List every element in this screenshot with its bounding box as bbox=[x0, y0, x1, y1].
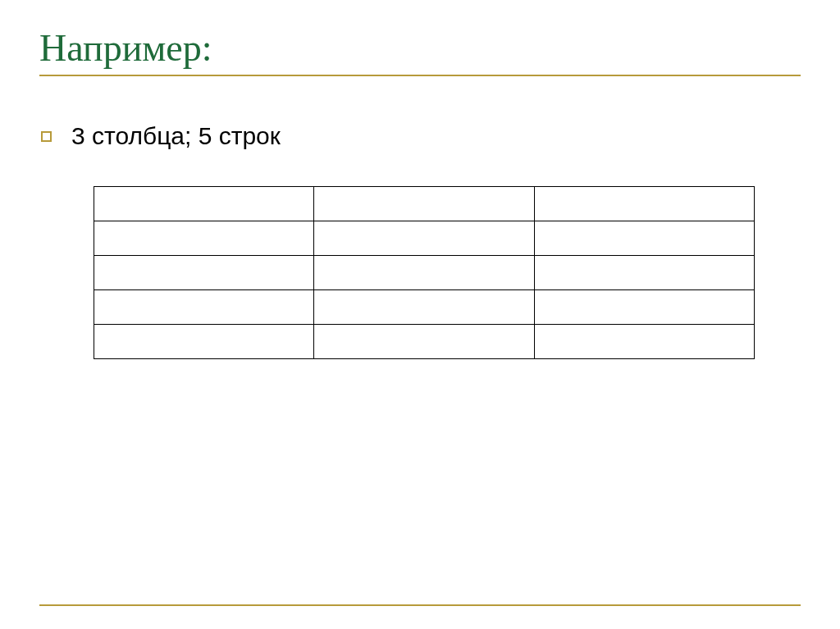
table-cell bbox=[534, 187, 754, 221]
slide-title: Например: bbox=[30, 26, 810, 70]
square-bullet-icon bbox=[41, 131, 52, 142]
table-cell bbox=[534, 325, 754, 359]
example-table bbox=[94, 186, 755, 359]
table-cell bbox=[314, 187, 534, 221]
table-row bbox=[94, 221, 755, 256]
table-cell bbox=[94, 187, 314, 221]
table-row bbox=[94, 290, 755, 325]
bullet-item: 3 столбца; 5 строк bbox=[41, 122, 810, 150]
table-row bbox=[94, 187, 755, 221]
table-cell bbox=[314, 325, 534, 359]
table-cell bbox=[314, 290, 534, 325]
example-table-wrapper bbox=[94, 186, 755, 359]
bullet-text: 3 столбца; 5 строк bbox=[71, 122, 281, 150]
table-cell bbox=[534, 221, 754, 256]
title-underline bbox=[39, 75, 801, 76]
table-body bbox=[94, 187, 755, 359]
table-cell bbox=[94, 256, 314, 290]
slide-container: Например: 3 столбца; 5 строк bbox=[0, 0, 840, 629]
table-cell bbox=[314, 256, 534, 290]
footer-rule bbox=[39, 604, 801, 606]
table-cell bbox=[534, 256, 754, 290]
table-row bbox=[94, 256, 755, 290]
table-cell bbox=[94, 221, 314, 256]
table-cell bbox=[94, 325, 314, 359]
table-cell bbox=[314, 221, 534, 256]
table-cell bbox=[534, 290, 754, 325]
table-cell bbox=[94, 290, 314, 325]
table-row bbox=[94, 325, 755, 359]
